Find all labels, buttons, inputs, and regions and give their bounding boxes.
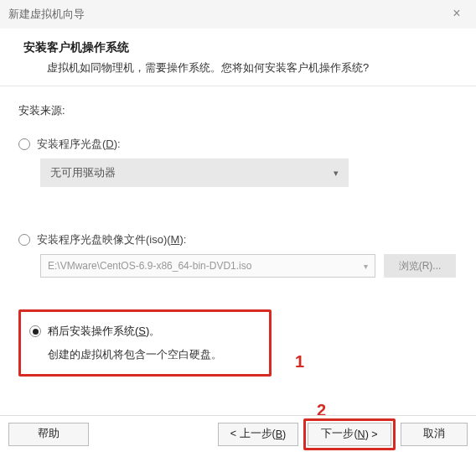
radio-iso-row[interactable]: 安装程序光盘映像文件(iso)(M): (18, 232, 458, 247)
content-area: 安装来源: 安装程序光盘(D): 无可用驱动器 ▾ 安装程序光盘映像文件(iso… (0, 86, 476, 385)
option-later-highlight: 稍后安装操作系统(S)。 创建的虚拟机将包含一个空白硬盘。 (18, 309, 272, 377)
next-highlight: 下一步(N) > (303, 418, 396, 450)
radio-disc[interactable] (18, 138, 30, 150)
page-subtitle: 虚拟机如同物理机，需要操作系统。您将如何安装客户机操作系统? (23, 60, 453, 75)
wizard-header: 安装客户机操作系统 虚拟机如同物理机，需要操作系统。您将如何安装客户机操作系统? (0, 29, 476, 86)
page-title: 安装客户机操作系统 (23, 40, 453, 55)
iso-path-text: E:\VMware\CentOS-6.9-x86_64-bin-DVD1.iso (48, 260, 251, 272)
annotation-1: 1 (295, 352, 304, 371)
radio-later-row[interactable]: 稍后安装操作系统(S)。 (29, 324, 261, 339)
window-title: 新建虚拟机向导 (8, 7, 85, 22)
option-later-desc: 创建的虚拟机将包含一个空白硬盘。 (48, 347, 261, 362)
radio-disc-row[interactable]: 安装程序光盘(D): (18, 137, 458, 152)
footer: 帮助 < 上一步(B) 下一步(N) > 取消 (0, 415, 476, 452)
radio-iso-label: 安装程序光盘映像文件(iso)(M): (37, 232, 186, 247)
source-label: 安装来源: (18, 103, 458, 118)
browse-button[interactable]: 浏览(R)... (384, 254, 456, 278)
radio-later[interactable] (29, 325, 41, 337)
chevron-down-icon: ▾ (364, 262, 368, 271)
next-button[interactable]: 下一步(N) > (308, 423, 391, 446)
close-icon[interactable]: × (448, 5, 466, 22)
option-iso: 安装程序光盘映像文件(iso)(M): E:\VMware\CentOS-6.9… (18, 232, 458, 278)
radio-iso[interactable] (18, 234, 30, 246)
radio-disc-label: 安装程序光盘(D): (37, 137, 121, 152)
cancel-button[interactable]: 取消 (401, 423, 468, 446)
drive-dropdown-text: 无可用驱动器 (50, 165, 116, 180)
titlebar: 新建虚拟机向导 × (0, 0, 476, 29)
iso-path-combo[interactable]: E:\VMware\CentOS-6.9-x86_64-bin-DVD1.iso… (40, 254, 375, 278)
drive-dropdown[interactable]: 无可用驱动器 ▾ (40, 158, 349, 187)
radio-later-label: 稍后安装操作系统(S)。 (48, 324, 160, 339)
help-button[interactable]: 帮助 (8, 423, 89, 446)
option-disc: 安装程序光盘(D): 无可用驱动器 ▾ (18, 137, 458, 187)
chevron-down-icon: ▾ (334, 168, 339, 179)
iso-row: E:\VMware\CentOS-6.9-x86_64-bin-DVD1.iso… (40, 254, 458, 278)
back-button[interactable]: < 上一步(B) (218, 423, 298, 446)
